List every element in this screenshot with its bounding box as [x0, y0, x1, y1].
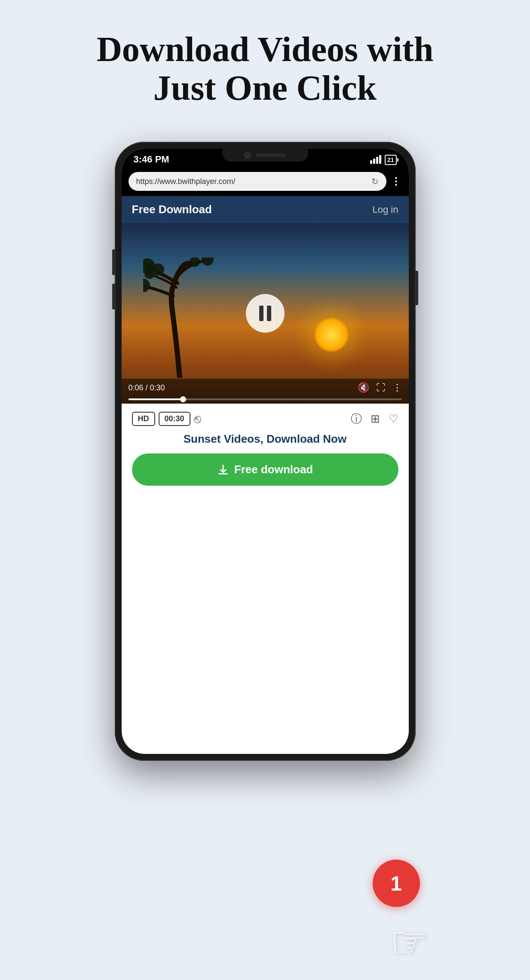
- info-icon[interactable]: ⓘ: [351, 411, 362, 426]
- svg-point-1: [202, 257, 214, 266]
- front-camera: [244, 152, 251, 159]
- mute-icon[interactable]: 🔇: [358, 382, 369, 393]
- share-icon[interactable]: ⎋: [194, 412, 201, 426]
- video-info: HD 00:30 ⎋ ⓘ ⊞ ♡ Sunset Videos, Download…: [122, 404, 409, 493]
- favorite-icon[interactable]: ♡: [389, 412, 398, 426]
- status-time: 3:46 PM: [134, 154, 169, 165]
- progress-fill: [129, 398, 183, 400]
- phone-body: 3:46 PM 21 https://www.bwithplaye: [115, 142, 416, 761]
- video-tags: HD 00:30 ⎋: [132, 412, 201, 426]
- add-to-list-icon[interactable]: ⊞: [371, 412, 380, 426]
- tree-graphic: [143, 257, 221, 378]
- sun-graphic: [314, 318, 349, 352]
- progress-thumb[interactable]: [180, 396, 186, 402]
- site-nav: Free Download Log in: [122, 196, 409, 223]
- login-link[interactable]: Log in: [373, 204, 398, 215]
- svg-point-2: [143, 279, 150, 292]
- signal-icon: [370, 155, 381, 164]
- notification-count: 1: [390, 872, 402, 895]
- video-title: Sunset Videos, Download Now: [132, 432, 398, 446]
- download-icon: [217, 464, 229, 476]
- phone-screen: 3:46 PM 21 https://www.bwithplaye: [122, 149, 409, 754]
- earpiece: [256, 153, 286, 157]
- video-controls-row: 0:06 / 0:30 🔇 ⛶ ⋮: [129, 382, 402, 396]
- notification-badge[interactable]: 1: [373, 860, 420, 907]
- progress-bar[interactable]: [129, 398, 402, 400]
- video-controls[interactable]: 0:06 / 0:30 🔇 ⛶ ⋮: [122, 379, 409, 404]
- refresh-icon[interactable]: ↻: [371, 176, 379, 187]
- video-player[interactable]: 0:06 / 0:30 🔇 ⛶ ⋮: [122, 223, 409, 404]
- url-bar[interactable]: https://www.bwithplayer.com/ ↻: [129, 172, 386, 191]
- svg-point-4: [152, 263, 164, 276]
- page-title: Download Videos with Just One Click: [72, 30, 459, 107]
- hd-badge: HD: [132, 412, 155, 426]
- more-options-icon[interactable]: ⋮: [392, 382, 402, 393]
- pause-icon: [259, 306, 271, 321]
- free-download-button[interactable]: Free download: [132, 453, 398, 486]
- power-button: [416, 271, 418, 305]
- download-button-label: Free download: [234, 463, 313, 476]
- duration-badge: 00:30: [159, 412, 190, 426]
- video-time: 0:06 / 0:30: [129, 383, 165, 392]
- fullscreen-icon[interactable]: ⛶: [376, 382, 386, 393]
- video-icons: 🔇 ⛶ ⋮: [358, 382, 402, 393]
- hand-cursor-icon: ☞: [390, 917, 429, 967]
- phone-notch: [222, 149, 308, 162]
- video-meta: HD 00:30 ⎋ ⓘ ⊞ ♡: [132, 411, 398, 426]
- pause-button[interactable]: [246, 294, 285, 333]
- status-right-icons: 21: [370, 155, 397, 164]
- video-actions: ⓘ ⊞ ♡: [351, 411, 398, 426]
- battery-icon: 21: [385, 155, 397, 164]
- browser-menu-icon[interactable]: ⋮: [391, 175, 402, 187]
- browser-bar[interactable]: https://www.bwithplayer.com/ ↻ ⋮: [122, 168, 409, 196]
- site-title: Free Download: [132, 203, 212, 216]
- url-text: https://www.bwithplayer.com/: [136, 177, 236, 186]
- volume-down-button: [112, 284, 115, 309]
- volume-up-button: [112, 249, 115, 275]
- phone-mockup: 3:46 PM 21 https://www.bwithplaye: [98, 142, 433, 873]
